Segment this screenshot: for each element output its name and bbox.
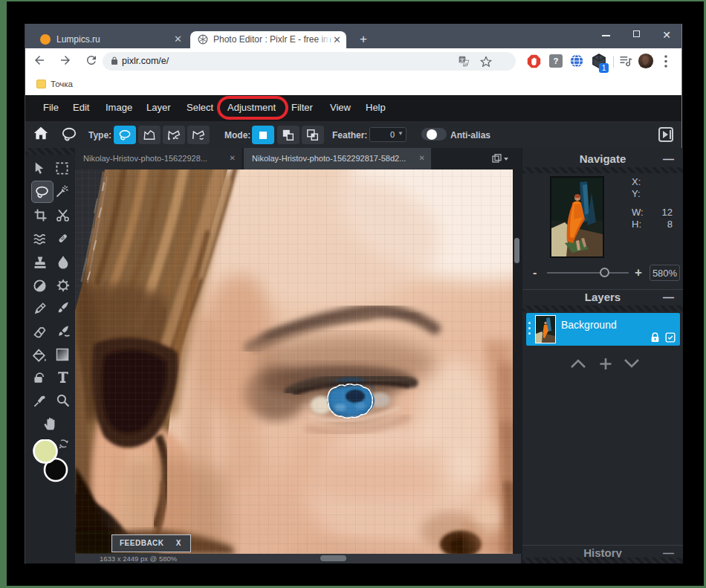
svg-text:?: ? (554, 56, 559, 65)
svg-text:A: A (464, 62, 467, 66)
svg-text:文: 文 (460, 57, 465, 63)
